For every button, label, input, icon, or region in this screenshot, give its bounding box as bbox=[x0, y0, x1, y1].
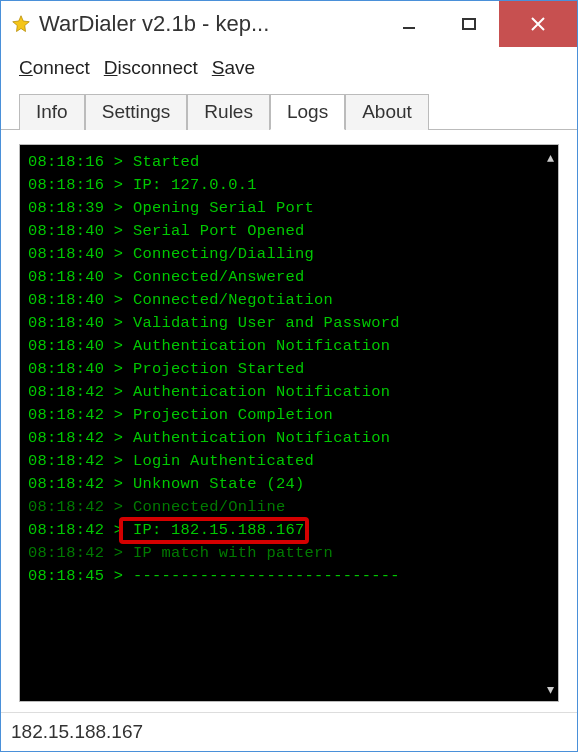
log-line: 08:18:16 > Started bbox=[28, 151, 550, 174]
log-line: 08:18:40 > Serial Port Opened bbox=[28, 220, 550, 243]
log-output: 08:18:16 > Started08:18:16 > IP: 127.0.0… bbox=[20, 145, 558, 594]
log-line: 08:18:40 > Connecting/Dialling bbox=[28, 243, 550, 266]
log-line: 08:18:40 > Projection Started bbox=[28, 358, 550, 381]
window-title: WarDialer v2.1b - kep... bbox=[39, 11, 379, 37]
maximize-button[interactable] bbox=[439, 1, 499, 47]
log-line: 08:18:40 > Connected/Answered bbox=[28, 266, 550, 289]
log-line: 08:18:40 > Validating User and Password bbox=[28, 312, 550, 335]
log-line: 08:18:42 > Login Authenticated bbox=[28, 450, 550, 473]
menu-disconnect[interactable]: Disconnect bbox=[104, 57, 198, 79]
tabbar: Info Settings Rules Logs About bbox=[1, 85, 577, 130]
menubar: Connect Disconnect Save bbox=[1, 47, 577, 85]
log-line: 08:18:42 > Unknown State (24) bbox=[28, 473, 550, 496]
log-line: 08:18:39 > Opening Serial Port bbox=[28, 197, 550, 220]
app-icon bbox=[11, 14, 31, 34]
log-panel[interactable]: 08:18:16 > Started08:18:16 > IP: 127.0.0… bbox=[19, 144, 559, 702]
tab-rules[interactable]: Rules bbox=[187, 94, 270, 130]
log-line: 08:18:42 > Projection Completion bbox=[28, 404, 550, 427]
status-text: 182.15.188.167 bbox=[11, 721, 143, 742]
content-area: 08:18:16 > Started08:18:16 > IP: 127.0.0… bbox=[1, 130, 577, 712]
scroll-up-icon[interactable]: ▴ bbox=[547, 149, 554, 165]
titlebar[interactable]: WarDialer v2.1b - kep... bbox=[1, 1, 577, 47]
log-line: 08:18:45 > ---------------------------- bbox=[28, 565, 550, 588]
minimize-button[interactable] bbox=[379, 1, 439, 47]
log-line: 08:18:40 > Authentication Notification bbox=[28, 335, 550, 358]
svg-rect-2 bbox=[463, 19, 475, 29]
scroll-down-icon[interactable]: ▾ bbox=[547, 681, 554, 697]
tab-settings[interactable]: Settings bbox=[85, 94, 188, 130]
log-line: 08:18:42 > IP: 182.15.188.167 bbox=[28, 519, 550, 542]
svg-rect-1 bbox=[403, 27, 415, 29]
tab-about[interactable]: About bbox=[345, 94, 429, 130]
tab-info[interactable]: Info bbox=[19, 94, 85, 130]
svg-marker-0 bbox=[13, 16, 30, 32]
log-line: 08:18:16 > IP: 127.0.0.1 bbox=[28, 174, 550, 197]
log-line: 08:18:42 > IP match with pattern bbox=[28, 542, 550, 565]
log-line: 08:18:40 > Connected/Negotiation bbox=[28, 289, 550, 312]
menu-save[interactable]: Save bbox=[212, 57, 255, 79]
log-line: 08:18:42 > Authentication Notification bbox=[28, 427, 550, 450]
menu-connect[interactable]: Connect bbox=[19, 57, 90, 79]
app-window: WarDialer v2.1b - kep... Connect Disconn… bbox=[0, 0, 578, 752]
log-line: 08:18:42 > Authentication Notification bbox=[28, 381, 550, 404]
window-controls bbox=[379, 1, 577, 47]
tab-logs[interactable]: Logs bbox=[270, 94, 345, 130]
statusbar: 182.15.188.167 bbox=[1, 712, 577, 751]
close-button[interactable] bbox=[499, 1, 577, 47]
log-line: 08:18:42 > Connected/Online bbox=[28, 496, 550, 519]
